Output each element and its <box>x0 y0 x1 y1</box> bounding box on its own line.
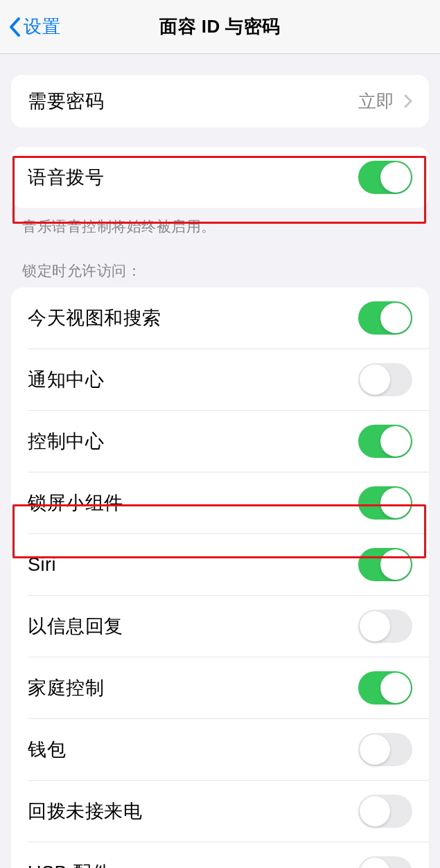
locked-access-item-label: USB 配件 <box>28 860 111 868</box>
nav-header: 设置 面容 ID 与密码 <box>0 0 440 54</box>
toggle-knob <box>360 364 390 395</box>
locked-access-toggle[interactable] <box>358 301 412 335</box>
locked-access-header: 锁定时允许访问： <box>0 236 440 287</box>
locked-access-row: Siri <box>28 533 429 595</box>
locked-access-toggle[interactable] <box>358 548 412 581</box>
locked-access-item-label: 通知中心 <box>28 367 104 392</box>
locked-access-row: 家庭控制 <box>28 657 429 718</box>
require-passcode-value: 立即 <box>358 89 394 114</box>
require-passcode-row[interactable]: 需要密码 立即 <box>11 75 429 127</box>
locked-access-item-label: 回拨未接来电 <box>28 799 142 824</box>
locked-access-toggle[interactable] <box>358 733 412 766</box>
locked-access-toggle[interactable] <box>358 363 412 396</box>
locked-access-item-label: 锁屏小组件 <box>28 490 123 515</box>
voice-dial-toggle[interactable] <box>358 161 412 194</box>
back-button[interactable]: 设置 <box>0 15 61 39</box>
toggle-knob <box>360 858 390 868</box>
row-value-wrap: 立即 <box>358 89 412 114</box>
locked-access-item-label: 以信息回复 <box>28 614 123 639</box>
back-label: 设置 <box>24 15 61 39</box>
toggle-knob <box>380 426 411 457</box>
voice-dial-label: 语音拨号 <box>28 165 104 190</box>
voice-dial-footer: 音乐语音控制将始终被启用。 <box>0 208 440 236</box>
toggle-knob <box>360 796 390 826</box>
locked-access-toggle[interactable] <box>358 856 412 868</box>
toggle-knob <box>360 611 390 641</box>
locked-access-item-label: 今天视图和搜索 <box>28 305 161 330</box>
locked-access-row: 控制中心 <box>28 410 429 472</box>
locked-access-row: 今天视图和搜索 <box>11 287 429 348</box>
locked-access-item-label: 控制中心 <box>28 429 104 454</box>
toggle-knob <box>380 303 411 333</box>
locked-access-row: 钱包 <box>28 718 429 780</box>
locked-access-item-label: 钱包 <box>28 737 66 762</box>
chevron-right-icon <box>404 94 412 108</box>
voice-dial-row: 语音拨号 <box>11 147 429 208</box>
toggle-knob <box>360 734 390 765</box>
locked-access-toggle[interactable] <box>358 610 412 643</box>
locked-access-item-label: Siri <box>28 554 56 576</box>
locked-access-row: 锁屏小组件 <box>28 472 429 533</box>
locked-access-group: 今天视图和搜索通知中心控制中心锁屏小组件Siri以信息回复家庭控制钱包回拨未接来… <box>11 287 429 868</box>
locked-access-row: USB 配件 <box>28 842 429 868</box>
locked-access-toggle[interactable] <box>358 795 412 828</box>
locked-access-toggle[interactable] <box>358 425 412 458</box>
toggle-knob <box>380 673 411 703</box>
require-passcode-label: 需要密码 <box>28 89 104 114</box>
chevron-left-icon <box>8 17 21 37</box>
locked-access-row: 通知中心 <box>28 348 429 410</box>
locked-access-row: 以信息回复 <box>28 595 429 657</box>
passcode-group: 需要密码 立即 <box>11 75 429 127</box>
locked-access-toggle[interactable] <box>358 486 412 520</box>
toggle-knob <box>380 488 411 518</box>
locked-access-toggle[interactable] <box>358 671 412 705</box>
voice-dial-group: 语音拨号 <box>11 147 429 208</box>
locked-access-item-label: 家庭控制 <box>28 675 104 700</box>
page-title: 面容 ID 与密码 <box>159 15 281 39</box>
locked-access-row: 回拨未接来电 <box>28 780 429 842</box>
toggle-knob <box>380 549 411 580</box>
toggle-knob <box>380 162 411 193</box>
